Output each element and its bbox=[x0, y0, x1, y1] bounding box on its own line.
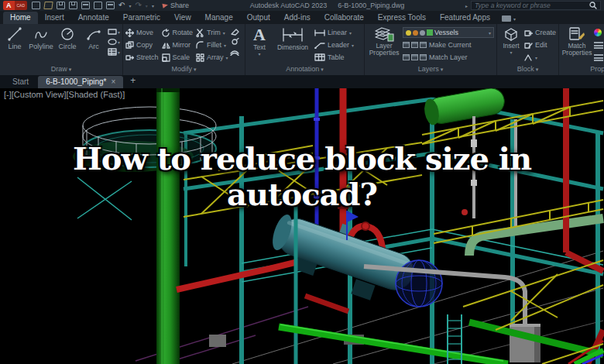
dimension-button[interactable]: Dimension bbox=[273, 26, 313, 51]
undo-dropdown-icon[interactable]: ▾ bbox=[129, 3, 131, 9]
drawing-viewport[interactable]: [-][Custom View][Shaded (Fast)] bbox=[0, 88, 604, 364]
tab-parametric[interactable]: Parametric bbox=[116, 12, 167, 24]
panel-annotation-label[interactable]: Annotation bbox=[245, 65, 364, 75]
print-icon[interactable] bbox=[106, 2, 115, 9]
tab-express-tools[interactable]: Express Tools bbox=[371, 12, 433, 24]
viewport-controls[interactable]: [-][Custom View][Shaded (Fast)] bbox=[4, 90, 125, 99]
stretch-button[interactable]: Stretch bbox=[125, 53, 159, 62]
tab-manage[interactable]: Manage bbox=[198, 12, 240, 24]
title-bar: A CAD ↶▾ ↷▾ ▾ Share Autodesk AutoCAD 202… bbox=[0, 0, 604, 11]
autocad-window: A CAD ↶▾ ↷▾ ▾ Share Autodesk AutoCAD 202… bbox=[0, 0, 604, 364]
move-button[interactable]: Move bbox=[125, 29, 159, 37]
tab-annotate[interactable]: Annotate bbox=[71, 12, 116, 24]
document-title: 6-B-1000_Piping.dwg bbox=[338, 2, 404, 9]
tab-drawing[interactable]: 6-B-1000_Piping* × bbox=[38, 76, 123, 88]
trim-icon bbox=[196, 29, 204, 37]
polyline-button[interactable]: Polyline bbox=[29, 26, 53, 50]
open-file-icon[interactable] bbox=[43, 2, 53, 9]
offset-tool-icon[interactable] bbox=[230, 48, 239, 56]
tab-start[interactable]: Start bbox=[5, 76, 36, 88]
new-tab-button[interactable]: + bbox=[125, 74, 141, 88]
text-button[interactable]: A Text ▾ bbox=[248, 26, 271, 57]
explode-tool-icon[interactable] bbox=[230, 38, 239, 46]
table-button[interactable]: Table bbox=[314, 52, 354, 63]
match-properties-button[interactable]: Match Properties bbox=[561, 26, 592, 57]
autocad-logo[interactable]: A CAD bbox=[3, 1, 27, 10]
mirror-icon bbox=[162, 41, 170, 50]
array-button[interactable]: Array▾ bbox=[196, 53, 228, 62]
tab-add-ins[interactable]: Add-ins bbox=[277, 12, 317, 24]
ribbon-display-toggle[interactable]: ▾ bbox=[497, 15, 520, 24]
rotate-button[interactable]: Rotate bbox=[162, 29, 194, 37]
quick-access-toolbar: ↶▾ ↷▾ ▾ Share bbox=[32, 2, 189, 9]
panel-draw-label[interactable]: Draw bbox=[0, 65, 122, 75]
polyline-icon bbox=[33, 26, 49, 42]
save-as-icon[interactable] bbox=[69, 2, 77, 9]
hatch-tool-icon[interactable]: ▾ bbox=[108, 48, 120, 56]
lineweight-select[interactable]: ByLayer bbox=[594, 39, 604, 50]
layer-properties-icon bbox=[374, 26, 394, 42]
layer-on-icon bbox=[406, 30, 411, 36]
panel-block-label[interactable]: Block bbox=[497, 65, 558, 75]
search-placeholder: Type a keyword or phrase bbox=[475, 2, 586, 9]
arc-button[interactable]: Arc bbox=[81, 26, 106, 50]
plot-icon[interactable] bbox=[81, 2, 90, 9]
layer-properties-button[interactable]: Layer Properties bbox=[367, 26, 401, 57]
linetype-select[interactable]: ByLayer bbox=[594, 52, 604, 63]
window-title: Autodesk AutoCAD 2023 6-B-1000_Piping.dw… bbox=[189, 2, 465, 9]
make-current-button[interactable]: Make Current bbox=[403, 39, 494, 50]
insert-block-button[interactable]: Insert ▾ bbox=[499, 26, 523, 55]
titlebar-right: ▸ Type a keyword or phrase bbox=[465, 1, 601, 10]
search-icon[interactable] bbox=[589, 2, 597, 9]
layer-select-value: Vessels bbox=[434, 29, 487, 36]
ellipse-tool-icon[interactable]: ▾ bbox=[108, 38, 120, 46]
copy-button[interactable]: Copy bbox=[125, 41, 159, 50]
tab-view[interactable]: View bbox=[167, 12, 198, 24]
green-column bbox=[156, 88, 180, 364]
erase-tool-icon[interactable] bbox=[230, 28, 239, 36]
line-button[interactable]: Line bbox=[2, 26, 27, 50]
scale-button[interactable]: Scale bbox=[162, 53, 194, 62]
redo-icon[interactable]: ↷ bbox=[135, 2, 141, 9]
export-icon[interactable] bbox=[94, 2, 102, 9]
undo-icon[interactable]: ↶ bbox=[118, 2, 125, 9]
tab-collaborate[interactable]: Collaborate bbox=[317, 12, 371, 24]
fillet-button[interactable]: Fillet▾ bbox=[196, 41, 228, 50]
panel-properties-label[interactable]: Properties bbox=[559, 65, 604, 75]
mirror-button[interactable]: Mirror bbox=[162, 41, 194, 50]
share-button[interactable]: Share bbox=[163, 2, 189, 9]
trim-button[interactable]: Trim▾ bbox=[196, 29, 228, 37]
tab-home[interactable]: Home bbox=[3, 12, 38, 24]
search-input[interactable]: Type a keyword or phrase bbox=[471, 1, 601, 10]
search-history-icon[interactable]: ▸ bbox=[465, 3, 468, 9]
tab-insert[interactable]: Insert bbox=[38, 12, 71, 24]
match-layer-button[interactable]: Match Layer bbox=[403, 52, 494, 63]
panel-annotation: A Text ▾ Dimension Linear▾ Leader▾ Table… bbox=[245, 24, 365, 75]
panel-layers: Layer Properties Vessels ▾ Make Current bbox=[365, 24, 497, 75]
layer-select[interactable]: Vessels ▾ bbox=[403, 27, 494, 38]
qat-customize-icon[interactable]: ▾ bbox=[152, 3, 154, 9]
create-block-button[interactable]: Create bbox=[524, 27, 556, 38]
redo-dropdown-icon[interactable]: ▾ bbox=[146, 3, 148, 9]
logo-cad-badge: CAD bbox=[15, 1, 28, 10]
leader-button[interactable]: Leader▾ bbox=[314, 39, 354, 50]
file-tab-bar: Start 6-B-1000_Piping* × + bbox=[0, 75, 604, 88]
new-file-icon[interactable] bbox=[32, 2, 40, 9]
edit-block-button[interactable]: Edit bbox=[524, 39, 556, 50]
rectangle-tool-icon[interactable]: ▾ bbox=[108, 28, 120, 36]
color-select[interactable]: ByLayer ▾ bbox=[594, 27, 604, 38]
tab-output[interactable]: Output bbox=[240, 12, 277, 24]
match-properties-icon bbox=[568, 26, 585, 42]
tab-featured-apps[interactable]: Featured Apps bbox=[433, 12, 497, 24]
scale-icon bbox=[162, 53, 170, 62]
viewport-3d-scene[interactable] bbox=[0, 88, 604, 364]
panel-modify-label[interactable]: Modify bbox=[123, 65, 245, 75]
save-icon[interactable] bbox=[57, 2, 65, 9]
block-attributes-icon[interactable]: ▾ bbox=[524, 52, 556, 63]
panel-properties: Match Properties ByLayer ▾ ByLayer bbox=[559, 24, 604, 75]
layer-color-swatch bbox=[427, 29, 433, 36]
circle-button[interactable]: Circle bbox=[55, 26, 80, 50]
linear-button[interactable]: Linear▾ bbox=[314, 27, 354, 38]
panel-layers-label[interactable]: Layers bbox=[365, 65, 496, 75]
close-tab-icon[interactable]: × bbox=[112, 77, 116, 86]
